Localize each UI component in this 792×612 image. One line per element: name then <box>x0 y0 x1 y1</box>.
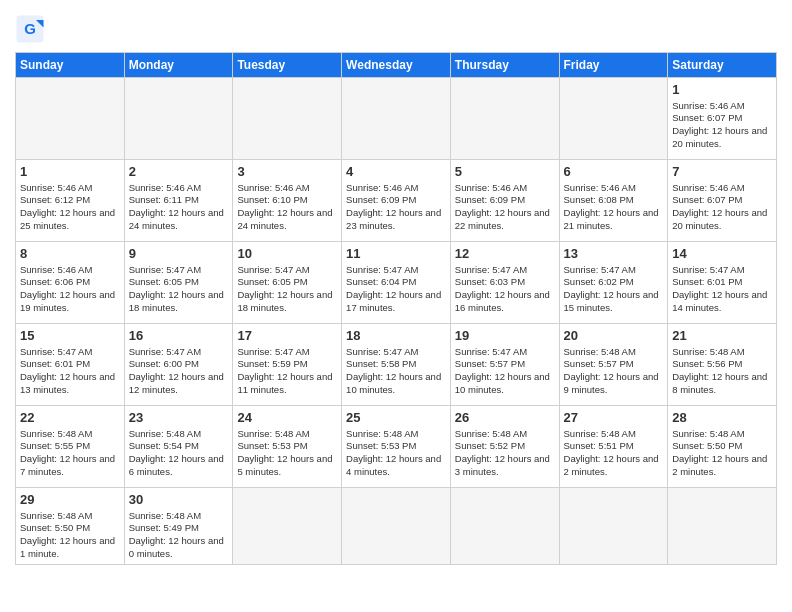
daylight-text: Daylight: 12 hours and 1 minute. <box>20 535 115 559</box>
daylight-text: Daylight: 12 hours and 22 minutes. <box>455 207 550 231</box>
sunset-text: Sunset: 5:51 PM <box>564 440 634 451</box>
th-tuesday: Tuesday <box>233 53 342 78</box>
sunrise-text: Sunrise: 5:47 AM <box>672 264 744 275</box>
sunrise-text: Sunrise: 5:47 AM <box>564 264 636 275</box>
calendar-cell <box>233 488 342 565</box>
calendar-cell: 16Sunrise: 5:47 AMSunset: 6:00 PMDayligh… <box>124 324 233 406</box>
day-number: 16 <box>129 327 229 345</box>
sunrise-text: Sunrise: 5:47 AM <box>129 346 201 357</box>
sunrise-text: Sunrise: 5:48 AM <box>672 428 744 439</box>
sunset-text: Sunset: 5:57 PM <box>564 358 634 369</box>
sunset-text: Sunset: 5:50 PM <box>672 440 742 451</box>
sunrise-text: Sunrise: 5:48 AM <box>129 510 201 521</box>
logo-icon: G <box>15 14 45 44</box>
sunrise-text: Sunrise: 5:48 AM <box>237 428 309 439</box>
sunrise-text: Sunrise: 5:47 AM <box>455 264 527 275</box>
day-number: 22 <box>20 409 120 427</box>
daylight-text: Daylight: 12 hours and 2 minutes. <box>672 453 767 477</box>
calendar-cell <box>16 78 125 160</box>
sunset-text: Sunset: 6:11 PM <box>129 194 199 205</box>
day-number: 29 <box>20 491 120 509</box>
day-number: 13 <box>564 245 664 263</box>
calendar-cell <box>450 488 559 565</box>
calendar-cell: 13Sunrise: 5:47 AMSunset: 6:02 PMDayligh… <box>559 242 668 324</box>
calendar-cell: 25Sunrise: 5:48 AMSunset: 5:53 PMDayligh… <box>342 406 451 488</box>
day-number: 17 <box>237 327 337 345</box>
daylight-text: Daylight: 12 hours and 17 minutes. <box>346 289 441 313</box>
calendar-cell: 2Sunrise: 5:46 AMSunset: 6:11 PMDaylight… <box>124 160 233 242</box>
sunset-text: Sunset: 5:50 PM <box>20 522 90 533</box>
sunset-text: Sunset: 6:00 PM <box>129 358 199 369</box>
daylight-text: Daylight: 12 hours and 25 minutes. <box>20 207 115 231</box>
day-number: 11 <box>346 245 446 263</box>
day-number: 30 <box>129 491 229 509</box>
daylight-text: Daylight: 12 hours and 21 minutes. <box>564 207 659 231</box>
daylight-text: Daylight: 12 hours and 19 minutes. <box>20 289 115 313</box>
sunset-text: Sunset: 6:09 PM <box>346 194 416 205</box>
sunrise-text: Sunrise: 5:48 AM <box>346 428 418 439</box>
day-number: 4 <box>346 163 446 181</box>
day-number: 21 <box>672 327 772 345</box>
sunrise-text: Sunrise: 5:46 AM <box>237 182 309 193</box>
day-number: 12 <box>455 245 555 263</box>
daylight-text: Daylight: 12 hours and 12 minutes. <box>129 371 224 395</box>
calendar-cell: 12Sunrise: 5:47 AMSunset: 6:03 PMDayligh… <box>450 242 559 324</box>
daylight-text: Daylight: 12 hours and 18 minutes. <box>237 289 332 313</box>
calendar-cell: 26Sunrise: 5:48 AMSunset: 5:52 PMDayligh… <box>450 406 559 488</box>
sunrise-text: Sunrise: 5:46 AM <box>20 182 92 193</box>
sunset-text: Sunset: 6:08 PM <box>564 194 634 205</box>
th-friday: Friday <box>559 53 668 78</box>
day-number: 24 <box>237 409 337 427</box>
day-number: 8 <box>20 245 120 263</box>
sunset-text: Sunset: 5:54 PM <box>129 440 199 451</box>
header: G <box>15 10 777 44</box>
sunrise-text: Sunrise: 5:47 AM <box>346 346 418 357</box>
daylight-text: Daylight: 12 hours and 20 minutes. <box>672 207 767 231</box>
calendar-cell: 3Sunrise: 5:46 AMSunset: 6:10 PMDaylight… <box>233 160 342 242</box>
calendar-cell: 8Sunrise: 5:46 AMSunset: 6:06 PMDaylight… <box>16 242 125 324</box>
day-number: 20 <box>564 327 664 345</box>
day-number: 7 <box>672 163 772 181</box>
daylight-text: Daylight: 12 hours and 5 minutes. <box>237 453 332 477</box>
calendar-cell: 15Sunrise: 5:47 AMSunset: 6:01 PMDayligh… <box>16 324 125 406</box>
calendar-cell: 28Sunrise: 5:48 AMSunset: 5:50 PMDayligh… <box>668 406 777 488</box>
sunrise-text: Sunrise: 5:48 AM <box>20 428 92 439</box>
calendar-cell: 11Sunrise: 5:47 AMSunset: 6:04 PMDayligh… <box>342 242 451 324</box>
sunset-text: Sunset: 6:02 PM <box>564 276 634 287</box>
daylight-text: Daylight: 12 hours and 14 minutes. <box>672 289 767 313</box>
calendar-cell: 17Sunrise: 5:47 AMSunset: 5:59 PMDayligh… <box>233 324 342 406</box>
sunrise-text: Sunrise: 5:46 AM <box>129 182 201 193</box>
daylight-text: Daylight: 12 hours and 13 minutes. <box>20 371 115 395</box>
sunrise-text: Sunrise: 5:48 AM <box>564 428 636 439</box>
daylight-text: Daylight: 12 hours and 0 minutes. <box>129 535 224 559</box>
calendar-cell: 5Sunrise: 5:46 AMSunset: 6:09 PMDaylight… <box>450 160 559 242</box>
daylight-text: Daylight: 12 hours and 10 minutes. <box>346 371 441 395</box>
svg-text:G: G <box>24 20 36 37</box>
day-number: 2 <box>129 163 229 181</box>
daylight-text: Daylight: 12 hours and 24 minutes. <box>237 207 332 231</box>
calendar-cell <box>559 78 668 160</box>
sunset-text: Sunset: 5:55 PM <box>20 440 90 451</box>
calendar-cell: 19Sunrise: 5:47 AMSunset: 5:57 PMDayligh… <box>450 324 559 406</box>
daylight-text: Daylight: 12 hours and 23 minutes. <box>346 207 441 231</box>
calendar-cell <box>668 488 777 565</box>
th-thursday: Thursday <box>450 53 559 78</box>
sunrise-text: Sunrise: 5:47 AM <box>346 264 418 275</box>
sunrise-text: Sunrise: 5:47 AM <box>237 346 309 357</box>
calendar-table: Sunday Monday Tuesday Wednesday Thursday… <box>15 52 777 565</box>
day-number: 5 <box>455 163 555 181</box>
header-row: Sunday Monday Tuesday Wednesday Thursday… <box>16 53 777 78</box>
day-number: 26 <box>455 409 555 427</box>
day-number: 10 <box>237 245 337 263</box>
calendar-cell <box>559 488 668 565</box>
sunrise-text: Sunrise: 5:48 AM <box>455 428 527 439</box>
sunrise-text: Sunrise: 5:48 AM <box>564 346 636 357</box>
day-number: 19 <box>455 327 555 345</box>
day-number: 23 <box>129 409 229 427</box>
daylight-text: Daylight: 12 hours and 18 minutes. <box>129 289 224 313</box>
sunrise-text: Sunrise: 5:47 AM <box>20 346 92 357</box>
sunset-text: Sunset: 6:10 PM <box>237 194 307 205</box>
sunset-text: Sunset: 6:05 PM <box>129 276 199 287</box>
daylight-text: Daylight: 12 hours and 2 minutes. <box>564 453 659 477</box>
daylight-text: Daylight: 12 hours and 20 minutes. <box>672 125 767 149</box>
